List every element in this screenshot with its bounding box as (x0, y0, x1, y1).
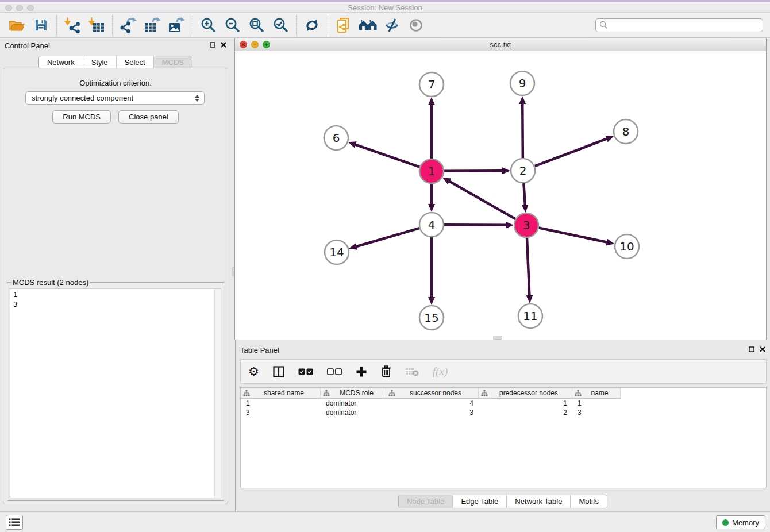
toolbar-separator (192, 16, 192, 35)
table-cell: 1 (241, 399, 321, 408)
result-scrollbar[interactable] (214, 289, 221, 498)
select-all-columns-icon[interactable] (298, 368, 313, 375)
export-image-button[interactable] (164, 14, 188, 36)
open-folder-icon (9, 18, 25, 32)
tab-node-table[interactable]: Node Table (399, 495, 453, 508)
close-panel-button[interactable]: Close panel (118, 110, 179, 124)
zoom-selected-button[interactable] (268, 14, 292, 36)
delete-table-icon-disabled[interactable] (405, 367, 419, 376)
list-icon (9, 518, 20, 526)
graph-node-label: 10 (619, 240, 634, 253)
network-window-titlebar[interactable]: ✕ − + scc.txt (235, 38, 766, 51)
memory-button[interactable]: Memory (716, 515, 765, 529)
select-stepper-icon (194, 94, 201, 103)
column-header-label: name (582, 389, 618, 397)
column-header[interactable]: shared name (241, 388, 321, 399)
tab-select[interactable]: Select (116, 56, 153, 69)
network-window-title: scc.txt (235, 40, 766, 49)
column-header[interactable]: successor nodes (386, 388, 479, 399)
tab-edge-table[interactable]: Edge Table (452, 495, 506, 508)
graph-edge-3-11[interactable] (527, 238, 529, 296)
run-mcds-button[interactable]: Run MCDS (52, 110, 111, 124)
search-icon (599, 21, 608, 29)
column-header-label: predecessor nodes (488, 389, 569, 397)
import-table-button[interactable] (84, 14, 109, 36)
tab-style[interactable]: Style (83, 56, 116, 69)
toolbar-separator (56, 16, 57, 35)
export-table-button[interactable] (140, 14, 164, 36)
table-panel-header: Table Panel (236, 342, 770, 357)
import-network-icon (64, 17, 81, 33)
memory-label: Memory (732, 518, 759, 527)
show-all-button[interactable] (404, 14, 428, 36)
graph-edge-4-14[interactable] (356, 228, 419, 246)
tab-network[interactable]: Network (39, 56, 83, 69)
zoom-in-button[interactable] (196, 14, 220, 36)
show-columns-icon[interactable] (273, 366, 284, 377)
graph-edge-3-1[interactable] (449, 181, 515, 219)
table-row[interactable]: 3dominator323 (241, 408, 766, 417)
close-panel-icon[interactable] (221, 42, 226, 48)
table-row[interactable]: 1dominator411 (241, 399, 766, 408)
save-session-button[interactable] (29, 14, 53, 36)
mcds-result-title: MCDS result (2 nodes) (11, 278, 90, 287)
zoom-out-button[interactable] (220, 14, 244, 36)
close-panel-icon[interactable] (760, 346, 765, 352)
graph-node-label: 15 (424, 311, 438, 325)
show-eye-icon (409, 18, 424, 33)
import-network-button[interactable] (60, 14, 84, 36)
mcds-result-box[interactable]: 1 3 (10, 288, 221, 498)
network-window: ✕ − + scc.txt 7968124314101511 (234, 38, 767, 340)
optimization-criterion-select[interactable]: strongly connected component (25, 91, 205, 105)
graph-edges (355, 103, 607, 298)
task-history-button[interactable] (6, 515, 23, 530)
graph-edge-2-3[interactable] (523, 183, 525, 205)
column-header[interactable]: name (572, 388, 621, 399)
toolbar-separator (296, 16, 297, 35)
export-network-button[interactable] (116, 14, 140, 36)
tab-motifs[interactable]: Motifs (570, 495, 607, 508)
column-header[interactable]: MCDS role (321, 388, 386, 399)
network-canvas[interactable]: 7968124314101511 (235, 51, 766, 340)
delete-column-trash-icon[interactable] (381, 365, 391, 377)
graph-edge-1-2[interactable] (444, 171, 503, 171)
houses-icon (359, 18, 377, 32)
create-column-plus-icon[interactable] (356, 366, 367, 377)
control-panel-title: Control Panel (5, 41, 50, 50)
tab-mcds[interactable]: MCDS (153, 56, 192, 69)
table-settings-gear-icon[interactable]: ⚙ (248, 366, 259, 377)
splitter-handle[interactable] (493, 336, 502, 340)
float-panel-icon[interactable] (749, 346, 754, 352)
graph-edge-2-9[interactable] (522, 103, 523, 158)
search-input[interactable] (608, 21, 759, 29)
zoom-in-icon (201, 17, 216, 33)
search-box[interactable] (595, 18, 763, 32)
column-header[interactable]: predecessor nodes (479, 388, 572, 399)
hierarchy-icon (388, 390, 395, 396)
hide-selected-button[interactable] (380, 14, 404, 36)
clone-network-icon (336, 17, 352, 33)
graph-edge-4-3[interactable] (444, 225, 506, 225)
hierarchy-icon (575, 390, 582, 396)
open-session-button[interactable] (5, 14, 29, 36)
apply-layout-button[interactable] (300, 14, 324, 36)
function-builder-icon-disabled[interactable]: f(x) (433, 365, 448, 378)
mcds-panel: Optimization criterion: strongly connect… (3, 68, 228, 504)
float-panel-icon[interactable] (210, 42, 215, 48)
tab-network-table[interactable]: Network Table (506, 495, 570, 508)
deselect-all-columns-icon[interactable] (327, 368, 342, 375)
mcds-result-group: MCDS result (2 nodes) 1 3 (7, 282, 224, 501)
graph-node-label: 6 (333, 131, 340, 145)
table-panel-tabs: Node Table Edge Table Network Table Moti… (236, 495, 770, 508)
main-area: Control Panel Network Style Select MCDS … (0, 38, 770, 511)
table-panel: Table Panel ⚙ (236, 342, 770, 511)
table-cell: dominator (321, 399, 386, 408)
graph-edge-3-10[interactable] (539, 228, 607, 242)
clone-network-button[interactable] (332, 14, 356, 36)
memory-status-icon (722, 519, 729, 526)
graph-edge-2-8[interactable] (535, 138, 607, 166)
network-graph[interactable]: 7968124314101511 (235, 51, 766, 340)
zoom-fit-button[interactable] (244, 14, 268, 36)
graph-edge-1-6[interactable] (355, 145, 419, 167)
first-neighbors-button[interactable] (356, 14, 380, 36)
